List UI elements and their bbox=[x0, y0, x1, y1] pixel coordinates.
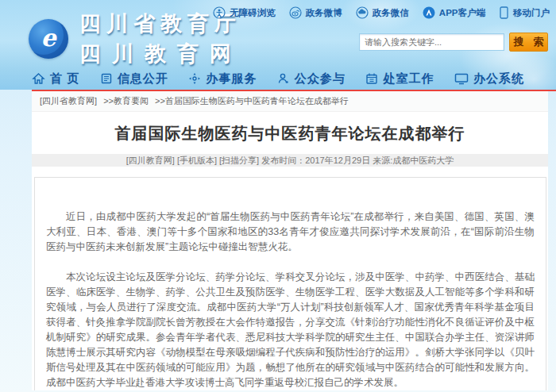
article-paragraph-1: 近日，由成都中医药大学发起的“首届生物医药与中医药青年论坛”在成都举行，来自美国… bbox=[46, 209, 535, 255]
main-nav: 首 页 信息公开 办事服务 公众参与 处室工作 bbox=[0, 67, 556, 90]
utility-links: 无障碍浏览 政务微博 政务微信 APP客户端 移动门户 bbox=[213, 6, 550, 19]
nav-label-home: 首 页 bbox=[50, 71, 79, 86]
nav-label-department-work: 处室工作 bbox=[383, 71, 434, 86]
weibo-icon bbox=[289, 6, 302, 19]
nav-item-services[interactable]: 办事服务 bbox=[188, 71, 257, 86]
document-icon bbox=[100, 72, 113, 85]
search-button[interactable]: 搜 索 bbox=[509, 33, 548, 52]
gov-wechat-link[interactable]: 政务微信 bbox=[356, 6, 409, 19]
person-icon bbox=[277, 72, 290, 85]
wechat-icon bbox=[356, 6, 369, 19]
monitor-icon bbox=[454, 72, 469, 85]
content-area: [四川省教育网] >>教育要闻 >>首届国际生物医药与中医药青年论坛在成都举行 … bbox=[32, 90, 556, 390]
mobile-portal-label: 移动门户 bbox=[513, 7, 550, 19]
article-title: 首届国际生物医药与中医药青年论坛在成都举行 bbox=[32, 112, 548, 154]
calendar-icon bbox=[365, 72, 378, 85]
search-input[interactable] bbox=[359, 33, 504, 51]
gov-weibo-link[interactable]: 政务微博 bbox=[289, 6, 342, 19]
article-meta: [四川教育网] [手机版本] [扫描分享] 发布时间：2017年12月29日 来… bbox=[32, 154, 548, 167]
compass-icon bbox=[188, 72, 201, 85]
nav-item-public-participation[interactable]: 公众参与 bbox=[277, 71, 346, 86]
nav-label-public-participation: 公众参与 bbox=[295, 71, 346, 86]
nav-label-info-disclosure: 信息公开 bbox=[118, 71, 168, 86]
article-content: 近日，由成都中医药大学发起的“首届生物医药与中医药青年论坛”在成都举行，来自美国… bbox=[34, 177, 546, 390]
breadcrumb-root[interactable]: [四川省教育网] bbox=[40, 95, 97, 107]
nav-item-home[interactable]: 首 页 bbox=[32, 71, 79, 86]
nav-label-services: 办事服务 bbox=[206, 71, 257, 86]
app-client-link[interactable]: APP客户端 bbox=[423, 6, 485, 19]
article-paragraph-2: 本次论坛设主论坛及医学分论坛、药学分论坛、学科交叉分论坛，涉及中医学、中药学、中… bbox=[46, 270, 535, 390]
nav-item-department-work[interactable]: 处室工作 bbox=[365, 71, 434, 86]
accessibility-link[interactable]: 无障碍浏览 bbox=[213, 6, 276, 19]
accessibility-icon bbox=[213, 6, 226, 19]
nav-label-office-system: 办公系统 bbox=[473, 71, 524, 86]
site-branding: e 四川省教育厅 四川教育网 bbox=[29, 10, 242, 68]
breadcrumb: [四川省教育网] >>教育要闻 >>首届国际生物医药与中医药青年论坛在成都举行 bbox=[32, 91, 548, 112]
site-title-line2: 四川教育网 bbox=[79, 40, 242, 68]
breadcrumb-section[interactable]: >>教育要闻 bbox=[103, 95, 149, 107]
app-client-label: APP客户端 bbox=[439, 7, 485, 19]
gov-wechat-label: 政务微信 bbox=[373, 7, 409, 19]
home-icon bbox=[32, 72, 45, 85]
breadcrumb-current: >>首届国际生物医药与中医药青年论坛在成都举行 bbox=[155, 95, 349, 107]
site-header: e 四川省教育厅 四川教育网 无障碍浏览 政务微博 政务微信 bbox=[0, 0, 556, 90]
nav-item-office-system[interactable]: 办公系统 bbox=[454, 71, 524, 86]
search-bar: 搜 索 bbox=[359, 33, 548, 52]
mobile-portal-link[interactable]: 移动门户 bbox=[499, 6, 550, 19]
gov-weibo-label: 政务微博 bbox=[306, 7, 342, 19]
mobile-icon bbox=[499, 6, 509, 19]
nav-item-info-disclosure[interactable]: 信息公开 bbox=[100, 71, 168, 86]
page-body: [四川省教育网] >>教育要闻 >>首届国际生物医药与中医药青年论坛在成都举行 … bbox=[32, 91, 548, 390]
site-logo[interactable]: e bbox=[29, 19, 68, 59]
accessibility-label: 无障碍浏览 bbox=[230, 7, 276, 19]
app-icon bbox=[423, 6, 435, 19]
